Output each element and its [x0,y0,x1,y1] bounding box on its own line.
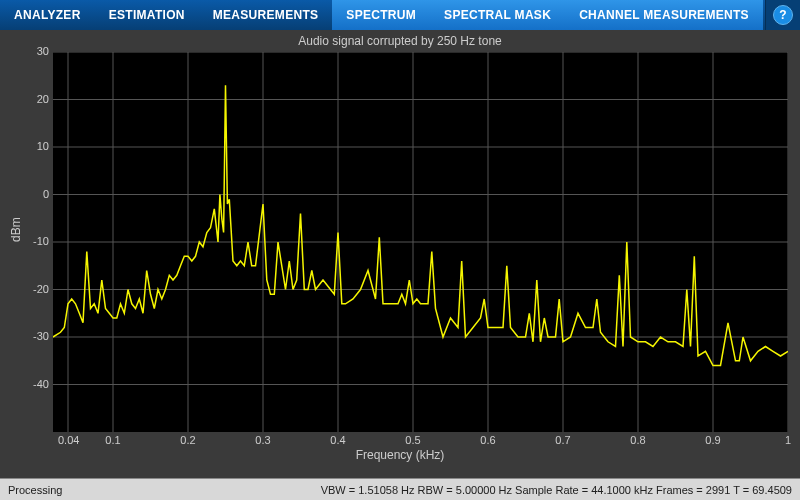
y-tick: -30 [19,330,49,342]
x-tick: 0.04 [58,434,78,446]
tab-channel-measurements[interactable]: CHANNEL MEASUREMENTS [565,0,763,30]
help-icon: ? [773,5,793,25]
x-tick: 0.9 [703,434,723,446]
y-tick: -10 [19,235,49,247]
help-button[interactable]: ? [765,0,800,30]
y-tick: -40 [19,378,49,390]
x-tick: 0.5 [403,434,423,446]
status-processing: Processing [8,484,62,496]
tab-spectrum[interactable]: SPECTRUM [332,0,430,30]
x-tick: 1 [778,434,798,446]
y-tick: -20 [19,283,49,295]
tab-measurements[interactable]: MEASUREMENTS [199,0,333,30]
chart-area: Audio signal corrupted by 250 Hz tone dB… [0,30,800,478]
x-axis-label: Frequency (kHz) [0,448,800,462]
tab-analyzer[interactable]: ANALYZER [0,0,95,30]
spectrum-plot[interactable] [53,52,788,432]
x-tick: 0.4 [328,434,348,446]
y-tick: 0 [19,188,49,200]
status-bar: Processing VBW = 1.51058 Hz RBW = 5.0000… [0,478,800,500]
x-tick: 0.8 [628,434,648,446]
y-tick: 30 [19,45,49,57]
x-tick: 0.7 [553,434,573,446]
chart-title: Audio signal corrupted by 250 Hz tone [0,34,800,48]
x-tick: 0.6 [478,434,498,446]
tab-spectral-mask[interactable]: SPECTRAL MASK [430,0,565,30]
y-tick: 20 [19,93,49,105]
y-tick: 10 [19,140,49,152]
x-tick: 0.3 [253,434,273,446]
spectrum-trace [53,85,788,365]
status-metrics: VBW = 1.51058 Hz RBW = 5.00000 Hz Sample… [321,484,792,496]
tab-estimation[interactable]: ESTIMATION [95,0,199,30]
x-tick: 0.1 [103,434,123,446]
x-tick: 0.2 [178,434,198,446]
toolbar: ANALYZERESTIMATIONMEASUREMENTSSPECTRUMSP… [0,0,800,30]
